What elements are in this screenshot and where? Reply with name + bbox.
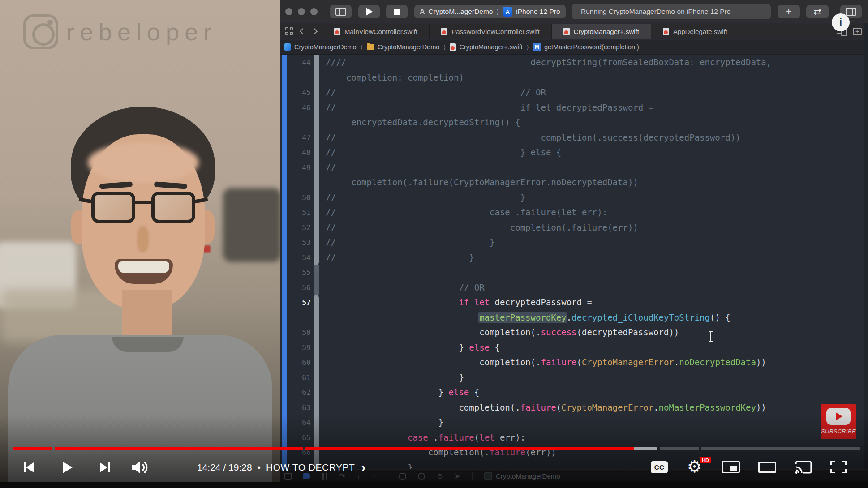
theater-mode-button[interactable] (758, 462, 776, 473)
fold-ribbon[interactable] (314, 85, 319, 100)
code-line[interactable]: 64 } (280, 415, 868, 430)
code-line[interactable]: 56 // OR (280, 280, 868, 295)
info-card-icon[interactable]: i (832, 13, 850, 31)
code-line[interactable]: 47// completion(.success(decryptedPasswo… (280, 130, 868, 146)
add-button[interactable]: + (778, 5, 800, 18)
fold-ribbon[interactable] (314, 385, 319, 400)
add-editor-icon[interactable]: + (853, 28, 862, 35)
fold-ribbon[interactable] (314, 190, 319, 205)
editor-grid-icon[interactable] (285, 27, 293, 35)
code-line[interactable]: masterPasswordKey.decrypted_iCloudKeyToS… (280, 310, 868, 325)
code-line[interactable]: 50// } (280, 190, 868, 205)
fold-ribbon[interactable] (314, 265, 319, 280)
chapter-arrow-icon[interactable]: › (361, 463, 365, 472)
code-line[interactable]: 51// case .failure(let err): (280, 205, 868, 220)
run-button[interactable] (358, 5, 380, 18)
progress-segment-buffered[interactable] (634, 447, 657, 450)
fold-ribbon[interactable] (314, 400, 319, 415)
chapter-title[interactable]: HOW TO DECRYPT (266, 462, 355, 473)
cast-button[interactable] (794, 460, 812, 475)
fold-ribbon[interactable] (314, 415, 319, 430)
fold-ribbon[interactable] (314, 70, 319, 86)
fold-ribbon[interactable] (314, 145, 319, 160)
breadcrumb-item[interactable]: CryptoManager+.swift (450, 43, 522, 51)
fold-ribbon[interactable] (314, 205, 319, 220)
code-editor[interactable]: 44//// decryptString(fromSealedBoxData: … (280, 55, 868, 488)
fold-ribbon[interactable] (314, 235, 319, 250)
tab-appdelegate-swift[interactable]: AppDelegate.swift (651, 24, 739, 39)
code-line[interactable]: completion: completion) (280, 70, 868, 86)
fold-ribbon[interactable] (314, 325, 319, 340)
fold-ribbon[interactable] (314, 370, 319, 385)
fold-ribbon[interactable] (314, 295, 319, 310)
previous-button[interactable] (21, 460, 36, 475)
code-line[interactable]: 65 case .failure(let err): (280, 430, 868, 445)
tab-passwordviewcontroller-swift[interactable]: PasswordViewController.swift (429, 24, 551, 39)
editor-arrange-button[interactable]: ⇄ (806, 5, 829, 18)
right-sidebar-icon (846, 8, 856, 16)
code-line[interactable]: 58 completion(.success(decryptedPassword… (280, 325, 868, 340)
fold-ribbon[interactable] (314, 55, 319, 70)
breadcrumb-item[interactable]: MgetMasterPassword(completion:) (533, 43, 639, 51)
code-line[interactable]: 61 } (280, 370, 868, 385)
progress-segment-remaining[interactable] (701, 447, 860, 450)
fullscreen-button[interactable] (830, 461, 847, 473)
fold-ribbon[interactable] (314, 355, 319, 370)
code-line[interactable]: 52// completion(.failure(err)) (280, 220, 868, 235)
fold-ribbon[interactable] (314, 280, 319, 295)
fold-ribbon[interactable] (314, 100, 319, 116)
code-line[interactable]: 46// if let decryptedPassword = (280, 100, 868, 116)
code-line[interactable]: completion(.failure(CryptoManagerError.n… (280, 175, 868, 190)
subscribe-button[interactable]: SUBSCRIBE (821, 404, 856, 439)
fold-ribbon[interactable] (314, 115, 319, 130)
cast-icon (794, 460, 812, 475)
code-line[interactable]: 59 } else { (280, 340, 868, 355)
miniplayer-button[interactable] (722, 461, 740, 473)
code-text: // completion(.success(decryptedPassword… (326, 130, 741, 146)
code-line[interactable]: 53// } (280, 235, 868, 250)
fold-ribbon[interactable] (314, 130, 319, 146)
code-line[interactable]: 45// // OR (280, 85, 868, 100)
code-line[interactable]: 48// } else { (280, 145, 868, 160)
progress-segment-played[interactable] (13, 447, 52, 450)
fold-ribbon[interactable] (314, 340, 319, 355)
progress-bar[interactable] (0, 447, 868, 450)
glasses-lens (151, 192, 195, 223)
code-line[interactable]: 55 (280, 265, 868, 280)
stop-button[interactable] (386, 5, 408, 18)
code-line[interactable]: encryptedData.decryptedString() { (280, 115, 868, 130)
tab-cryptomanager-swift[interactable]: CryptoManager+.swift (551, 24, 651, 39)
breadcrumb-item[interactable]: CryptoManagerDemo (284, 43, 357, 51)
traffic-light-close[interactable] (285, 8, 292, 15)
progress-segment-played[interactable] (55, 447, 303, 450)
fold-ribbon[interactable] (314, 160, 319, 176)
progress-segment-remaining[interactable] (660, 447, 699, 450)
back-chevron-icon[interactable] (300, 28, 306, 34)
code-line[interactable]: 54// } (280, 250, 868, 265)
forward-chevron-icon[interactable] (311, 28, 318, 34)
fold-ribbon[interactable] (314, 250, 319, 265)
code-line[interactable]: 60 completion(.failure(CryptoManagerErro… (280, 355, 868, 370)
captions-button[interactable]: CC (651, 461, 668, 473)
code-line[interactable]: 63 completion(.failure(CryptoManagerErro… (280, 400, 868, 415)
breadcrumb-item[interactable]: CryptoManagerDemo (367, 43, 440, 51)
fold-ribbon[interactable] (314, 430, 319, 445)
presenter-forehead (88, 142, 199, 183)
fold-ribbon[interactable] (314, 220, 319, 235)
code-text: completion(.failure(CryptoManagerError.n… (326, 355, 766, 370)
fold-ribbon[interactable] (314, 310, 319, 325)
volume-button[interactable] (131, 460, 150, 475)
code-line[interactable]: 57 if let decryptedPassword = (280, 295, 868, 310)
code-line[interactable]: 49// (280, 160, 868, 176)
traffic-light-zoom[interactable] (310, 8, 318, 15)
fold-ribbon[interactable] (314, 175, 319, 190)
tab-mainviewcontroller-swift[interactable]: MainViewController.swift (322, 24, 429, 39)
toggle-left-sidebar-button[interactable] (330, 5, 352, 18)
progress-segment-played[interactable] (305, 447, 634, 450)
scheme-selector[interactable]: A CryptoM...agerDemo ⟩ A iPhone 12 Pro (414, 5, 566, 18)
traffic-light-minimize[interactable] (298, 8, 305, 15)
next-button[interactable] (98, 460, 112, 475)
play-button[interactable] (59, 460, 74, 475)
code-line[interactable]: 62 } else { (280, 385, 868, 400)
code-line[interactable]: 44//// decryptString(fromSealedBoxData: … (280, 55, 868, 70)
